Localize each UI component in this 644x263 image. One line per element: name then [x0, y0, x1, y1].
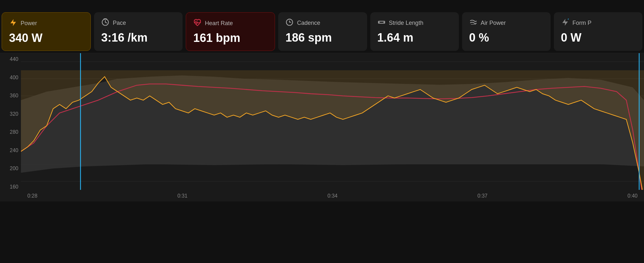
metric-label-cadence: Cadence — [297, 20, 320, 26]
metric-label-power: Power — [21, 20, 37, 27]
metric-card-pace[interactable]: Pace3:16 /km — [94, 12, 183, 51]
metric-header-air_power: Air Power — [469, 18, 544, 28]
x-axis-label: 0:28 — [27, 193, 37, 199]
y-axis-label: 240 — [3, 148, 18, 153]
metric-header-power: Power — [9, 18, 83, 28]
metric-label-pace: Pace — [113, 20, 126, 26]
metric-card-stride_length[interactable]: Stride Length1.64 m — [370, 12, 459, 51]
x-axis: 0:280:310:340:370:40 — [21, 193, 644, 199]
metric-icon-power — [9, 18, 17, 28]
metric-value-cadence: 186 spm — [285, 31, 360, 44]
svg-marker-0 — [10, 19, 16, 26]
metric-header-heart_rate: Heart Rate — [193, 18, 268, 28]
metric-value-heart_rate: 161 bpm — [193, 31, 268, 45]
metric-value-form_power: 0 W — [561, 31, 635, 44]
metric-card-cadence[interactable]: Cadence186 spm — [278, 12, 367, 51]
metric-value-pace: 3:16 /km — [101, 31, 175, 44]
chart-container: 440400360320280240200160 0:280:310:340:3… — [0, 53, 644, 201]
metric-header-stride_length: Stride Length — [377, 18, 452, 28]
metric-icon-cadence — [285, 18, 294, 28]
metric-icon-stride_length — [377, 18, 386, 28]
metric-header-cadence: Cadence — [285, 18, 360, 28]
header — [0, 0, 644, 10]
chart-svg — [21, 53, 644, 190]
metric-value-power: 340 W — [9, 31, 83, 45]
metric-header-pace: Pace — [101, 18, 175, 28]
metric-card-heart_rate[interactable]: Heart Rate161 bpm — [186, 12, 275, 51]
metric-icon-heart_rate — [193, 18, 202, 28]
y-axis-label: 280 — [3, 129, 18, 135]
y-axis: 440400360320280240200160 — [0, 53, 21, 201]
y-axis-label: 440 — [3, 56, 18, 62]
metric-icon-pace — [101, 18, 109, 28]
metrics-bar: Power340 WPace3:16 /kmHeart Rate161 bpmC… — [0, 10, 644, 53]
metric-label-form_power: Form P — [573, 20, 592, 26]
chart-svg-area — [21, 53, 644, 190]
metric-header-form_power: Form P — [561, 18, 635, 28]
y-axis-label: 400 — [3, 75, 18, 81]
x-axis-label: 0:37 — [478, 193, 488, 199]
metric-value-air_power: 0 % — [469, 31, 544, 44]
y-axis-label: 360 — [3, 93, 18, 99]
metric-card-air_power[interactable]: Air Power0 % — [462, 12, 551, 51]
x-axis-label: 0:31 — [177, 193, 187, 199]
metric-label-air_power: Air Power — [481, 20, 506, 26]
metric-label-heart_rate: Heart Rate — [205, 20, 233, 27]
metric-label-stride_length: Stride Length — [389, 20, 423, 26]
x-axis-label: 0:34 — [327, 193, 337, 199]
metric-icon-form_power — [561, 18, 569, 28]
y-axis-label: 320 — [3, 111, 18, 117]
metric-card-form_power[interactable]: Form P0 W — [554, 12, 642, 51]
metric-card-power[interactable]: Power340 W — [2, 12, 91, 51]
y-axis-label: 160 — [3, 184, 18, 190]
metric-value-stride_length: 1.64 m — [377, 31, 452, 44]
metric-icon-air_power — [469, 18, 478, 28]
y-axis-label: 200 — [3, 166, 18, 171]
x-axis-label: 0:40 — [628, 193, 638, 199]
svg-marker-6 — [562, 19, 568, 26]
